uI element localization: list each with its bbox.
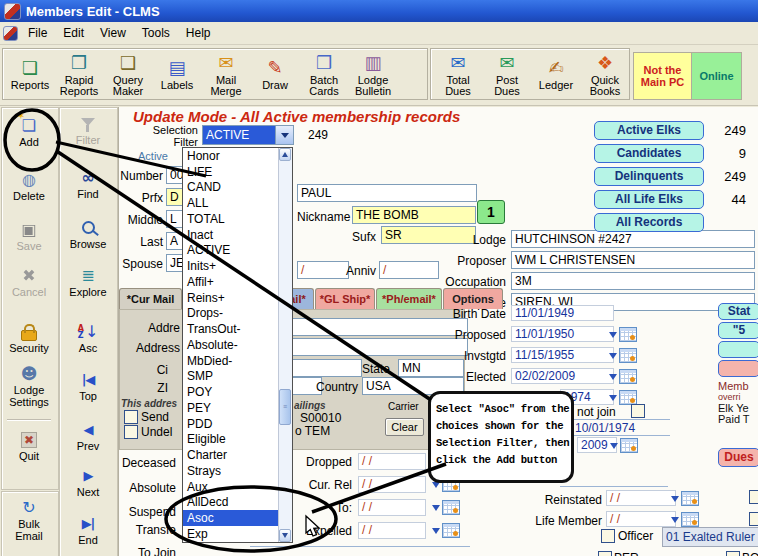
sidebar-item-delete[interactable]: ◍Delete	[2, 170, 56, 202]
delinquents-button[interactable]: Delinquents	[594, 167, 704, 186]
expelled-field[interactable]: / /	[358, 522, 426, 539]
toolbar-rapid-reports[interactable]: ❐Rapid Reports	[56, 50, 102, 98]
dropdown-item-exp[interactable]: Exp	[183, 526, 292, 542]
dropdown-item-honor[interactable]: Honor	[183, 148, 292, 164]
year-picker[interactable]	[609, 390, 637, 405]
sidebar-item-quit[interactable]: ✖Quit	[2, 430, 56, 462]
scroll-up-button[interactable]	[279, 148, 291, 161]
toolbar-quick-books[interactable]: ❖Quick Books	[582, 50, 628, 98]
proposed-date-field[interactable]: 11/01/1950	[511, 326, 614, 342]
all-records-button[interactable]: All Records	[594, 213, 704, 232]
officer-checkbox[interactable]	[601, 529, 615, 543]
birth-date-date-field[interactable]: 11/01/1949	[511, 305, 614, 321]
menu-tools[interactable]: Tools	[134, 24, 178, 42]
dropdown-item-charter[interactable]: Charter	[183, 447, 292, 463]
dropdown-item-strays[interactable]: Strays	[183, 463, 292, 479]
toolbar-labels[interactable]: ▤Labels	[154, 50, 200, 98]
right-edge-button-2[interactable]: "5	[718, 322, 758, 339]
toolbar-post-dues[interactable]: ✉Post Dues	[484, 50, 530, 98]
menu-help[interactable]: Help	[178, 24, 219, 42]
sidebar-item-prev[interactable]: ◀Prev	[61, 420, 115, 452]
sidebar-item-add[interactable]: ❏✶Add	[2, 116, 56, 148]
toolbar-mail-merge[interactable]: ✉Mail Merge	[203, 50, 249, 98]
right-edge-checkbox-2[interactable]	[749, 512, 758, 526]
cur-rel-field[interactable]: / /	[358, 476, 426, 493]
toolbar-query-maker[interactable]: ❑Query Maker	[105, 50, 151, 98]
invstgtd-date-field[interactable]: 11/15/1955	[511, 347, 614, 363]
year-picker[interactable]	[610, 438, 638, 453]
combo-dropdown-button[interactable]	[275, 126, 293, 144]
dropdown-item-eligible[interactable]: Eligible	[183, 432, 292, 448]
dropdown-item-inact[interactable]: Inact	[183, 227, 292, 243]
dropdown-item-cand[interactable]: CAND	[183, 180, 292, 196]
selection-filter-combobox[interactable]: ACTIVE	[202, 125, 294, 145]
life-member-picker[interactable]	[671, 512, 699, 527]
dropdown-item-aux[interactable]: Aux	[183, 479, 292, 495]
box-checkbox[interactable]	[726, 551, 740, 556]
lodge-field[interactable]: HUTCHINSON #2427	[511, 230, 755, 248]
sidebar-item-bulk-email[interactable]: ↻Bulk Email	[2, 498, 56, 542]
menu-edit[interactable]: Edit	[55, 24, 92, 42]
dropdown-scrollbar[interactable]: ≡	[278, 148, 292, 542]
dropdown-item-drops[interactable]: Drops-	[183, 306, 292, 322]
dropdown-item-poy[interactable]: POY	[183, 384, 292, 400]
dropdown-item-alldecd[interactable]: AllDecd	[183, 495, 292, 511]
dropdown-item-active[interactable]: ACTIVE	[183, 243, 292, 259]
invstgtd-picker[interactable]	[609, 348, 637, 363]
life-member-field[interactable]: / /	[606, 511, 676, 527]
elected-picker[interactable]	[609, 369, 637, 384]
scrollbar-thumb[interactable]: ≡	[279, 389, 291, 425]
sidebar-item-top[interactable]: |◀Top	[61, 370, 115, 402]
send-checkbox[interactable]	[124, 410, 138, 424]
all-life-elks-button[interactable]: All Life Elks	[594, 190, 704, 209]
sidebar-item-security[interactable]: Security	[2, 322, 56, 354]
sidebar-item-lodge-settings[interactable]: ☻Lodge Settings	[2, 364, 56, 408]
dues-button[interactable]: Dues	[718, 448, 758, 467]
dropdown-item-transout[interactable]: TransOut-	[183, 321, 292, 337]
clear-button[interactable]: Clear	[385, 418, 424, 436]
date-field-1[interactable]: /	[297, 261, 349, 279]
dropdown-item-inits[interactable]: Inits+	[183, 258, 292, 274]
nickname-field[interactable]: THE BOMB	[352, 206, 476, 224]
toolbar-batch-cards[interactable]: ❒Batch Cards	[301, 50, 347, 98]
tab-ph-email[interactable]: *Ph/email*	[376, 288, 442, 309]
right-edge-checkbox-1[interactable]	[749, 490, 758, 504]
undeliverable-checkbox[interactable]	[124, 425, 138, 439]
occupation-field[interactable]: 3M	[511, 272, 755, 290]
tab-cur-mail[interactable]: *Cur Mail	[119, 288, 182, 309]
dropdown-item-pdd[interactable]: PDD	[183, 416, 292, 432]
dropdown-item-affil[interactable]: Affil+	[183, 274, 292, 290]
scroll-down-button[interactable]	[279, 529, 291, 542]
dropdown-item-pey[interactable]: PEY	[183, 400, 292, 416]
dropdown-item-life[interactable]: LIFE	[183, 164, 292, 180]
toolbar-total-dues[interactable]: ✉Total Dues	[435, 50, 481, 98]
not-join-checkbox[interactable]	[631, 404, 645, 418]
first-name-field[interactable]: PAUL	[297, 184, 477, 202]
proposed-picker[interactable]	[609, 327, 637, 342]
dropdown-item-asoc[interactable]: Asoc	[183, 510, 292, 526]
right-edge-button-1[interactable]: Stat	[718, 303, 758, 320]
dropdown-item-total[interactable]: TOTAL	[183, 211, 292, 227]
candidates-button[interactable]: Candidates	[594, 144, 704, 163]
active-elks-button[interactable]: Active Elks	[594, 121, 704, 140]
menu-view[interactable]: View	[92, 24, 134, 42]
menu-file[interactable]: File	[20, 24, 55, 42]
right-edge-button-4[interactable]	[718, 360, 758, 377]
right-edge-button-3[interactable]	[718, 341, 758, 358]
tab-gl-ship[interactable]: *GL Ship*	[315, 288, 375, 309]
dropdown-item-all[interactable]: ALL	[183, 195, 292, 211]
reinstated-picker[interactable]	[671, 491, 699, 506]
to-picker[interactable]	[432, 500, 460, 515]
expelled-picker[interactable]	[432, 523, 460, 538]
toolbar-lodge-bulletin[interactable]: ▥Lodge Bulletin	[350, 50, 396, 98]
elected-date-field[interactable]: 02/02/2009	[511, 368, 614, 384]
dropdown-item-reins[interactable]: Reins+	[183, 290, 292, 306]
sidebar-item-asc[interactable]: AZ↓Asc	[61, 322, 115, 354]
per-checkbox[interactable]	[598, 551, 612, 556]
dropdown-item-absolute[interactable]: Absolute-	[183, 337, 292, 353]
toolbar-ledger[interactable]: ✍Ledger	[533, 50, 579, 98]
toolbar-reports[interactable]: ❏Reports	[7, 50, 53, 98]
to-field[interactable]: / /	[358, 499, 426, 516]
toolbar-draw[interactable]: ✎Draw	[252, 50, 298, 98]
dropdown-item-smp[interactable]: SMP	[183, 369, 292, 385]
